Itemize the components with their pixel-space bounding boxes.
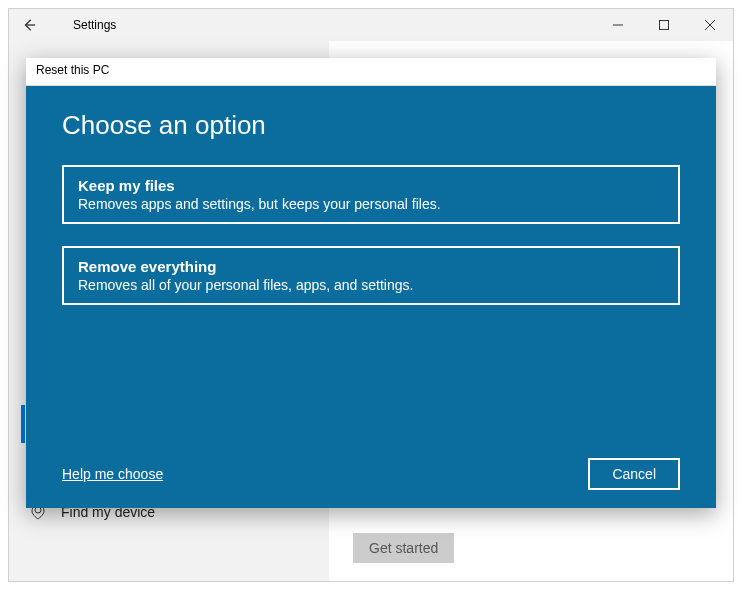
reset-pc-dialog: Reset this PC Choose an option Keep my f…: [26, 58, 716, 508]
option-desc: Removes apps and settings, but keeps you…: [78, 196, 664, 212]
close-icon: [705, 20, 715, 30]
svg-rect-0: [660, 21, 669, 30]
dialog-title: Choose an option: [62, 110, 680, 141]
close-button[interactable]: [687, 9, 733, 41]
maximize-button[interactable]: [641, 9, 687, 41]
window-title: Settings: [73, 18, 116, 32]
window-controls: [595, 9, 733, 41]
minimize-icon: [613, 20, 623, 30]
cancel-button[interactable]: Cancel: [588, 458, 680, 490]
option-keep-files[interactable]: Keep my files Removes apps and settings,…: [62, 165, 680, 224]
help-me-choose-link[interactable]: Help me choose: [62, 466, 163, 482]
titlebar: Settings: [9, 9, 733, 41]
option-title: Keep my files: [78, 177, 664, 194]
option-desc: Removes all of your personal files, apps…: [78, 277, 664, 293]
option-title: Remove everything: [78, 258, 664, 275]
dialog-header: Reset this PC: [26, 58, 716, 86]
get-started-button[interactable]: Get started: [353, 533, 454, 563]
back-arrow-icon: [22, 18, 36, 32]
maximize-icon: [659, 20, 669, 30]
dialog-body: Choose an option Keep my files Removes a…: [26, 86, 716, 508]
back-button[interactable]: [9, 9, 49, 41]
option-remove-everything[interactable]: Remove everything Removes all of your pe…: [62, 246, 680, 305]
minimize-button[interactable]: [595, 9, 641, 41]
